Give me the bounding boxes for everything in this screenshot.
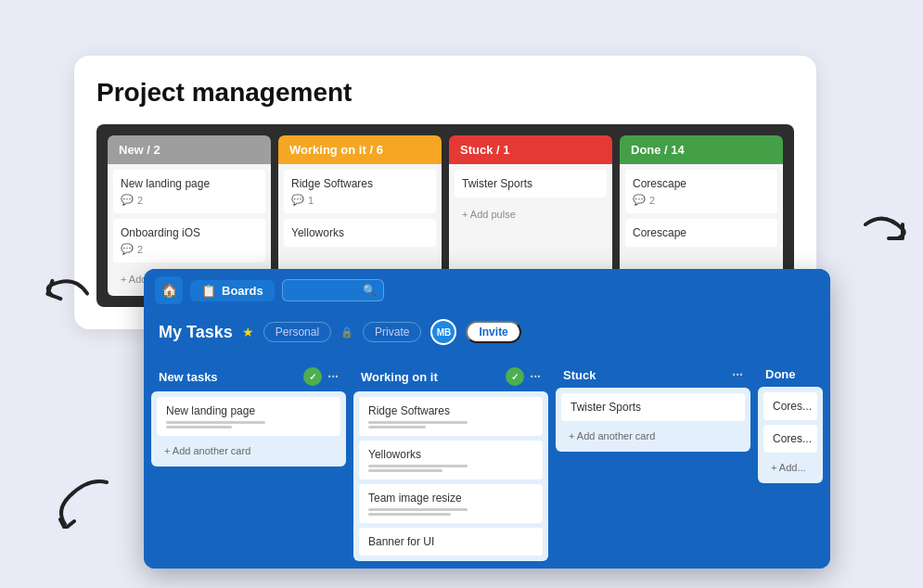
boards-button[interactable]: 📋 Boards bbox=[190, 280, 275, 301]
col-front-stuck-header: Stuck ··· bbox=[556, 362, 750, 388]
col-front-done: Done Cores... Cores... + Add... bbox=[758, 362, 823, 561]
col-working-icon: ✓ bbox=[506, 367, 524, 386]
col-working-body: Ridge Softwares 💬 1 Yelloworks bbox=[278, 164, 442, 275]
project-title: Project management bbox=[96, 78, 794, 108]
boards-icon: 📋 bbox=[201, 284, 216, 298]
search-container: 🔍 bbox=[282, 279, 384, 301]
col-front-stuck-body: Twister Sports + Add another card bbox=[556, 388, 750, 452]
card-yelloworks[interactable]: Yelloworks bbox=[284, 219, 436, 247]
card-front-banner[interactable]: Banner for UI bbox=[359, 528, 543, 556]
bottom-left-arrow[interactable] bbox=[51, 473, 116, 532]
card-front-done-1[interactable]: Cores... bbox=[763, 392, 817, 420]
col-front-done-body: Cores... Cores... + Add... bbox=[758, 387, 823, 483]
home-button[interactable]: 🏠 bbox=[155, 276, 183, 304]
card-front-ridge[interactable]: Ridge Softwares bbox=[359, 397, 543, 436]
add-card-done[interactable]: + Add... bbox=[763, 457, 817, 478]
right-arrow[interactable] bbox=[856, 206, 912, 272]
home-icon: 🏠 bbox=[161, 283, 177, 298]
add-pulse-stuck[interactable]: + Add pulse bbox=[455, 203, 607, 225]
front-header: My Tasks ★ Personal 🔒 Private MB Invite bbox=[144, 312, 830, 354]
col-stuck-header: Stuck / 1 bbox=[449, 135, 612, 164]
card-twister[interactable]: Twister Sports bbox=[455, 170, 607, 198]
star-icon[interactable]: ★ bbox=[242, 325, 254, 339]
col-stuck-body: Twister Sports + Add pulse bbox=[449, 164, 612, 275]
col-front-working: Working on it ✓ ··· Ridge Softwares Yell… bbox=[353, 362, 548, 561]
col-new-header: New / 2 bbox=[108, 135, 271, 164]
col-done-header: Done / 14 bbox=[620, 135, 783, 164]
card-new-landing[interactable]: New landing page 💬 2 bbox=[113, 170, 265, 213]
front-navbar: 🏠 📋 Boards 🔍 bbox=[144, 269, 830, 312]
col-front-new-tasks: New tasks ✓ ··· New landing page + Add a… bbox=[151, 362, 346, 561]
card-front-done-2[interactable]: Cores... bbox=[763, 425, 817, 453]
add-card-stuck[interactable]: + Add another card bbox=[561, 426, 745, 446]
col-front-working-body: Ridge Softwares Yelloworks Team image re… bbox=[353, 391, 548, 561]
avatar-mb: MB bbox=[430, 319, 456, 345]
card-front-team-image[interactable]: Team image resize bbox=[359, 484, 543, 523]
tag-private: Private bbox=[363, 322, 421, 342]
invite-button[interactable]: Invite bbox=[466, 321, 520, 343]
my-tasks-title: My Tasks bbox=[159, 323, 233, 342]
card-lines bbox=[166, 421, 331, 428]
col-new-icon: ✓ bbox=[303, 367, 322, 386]
front-boards-card: 🏠 📋 Boards 🔍 My Tasks ★ Personal 🔒 Priva… bbox=[144, 269, 830, 569]
col-working-dots[interactable]: ··· bbox=[530, 369, 541, 384]
search-icon: 🔍 bbox=[363, 284, 377, 297]
kanban-front-board: New tasks ✓ ··· New landing page + Add a… bbox=[144, 354, 830, 569]
col-done-body: Corescape 💬 2 Corescape bbox=[620, 164, 783, 275]
col-new-dots[interactable]: ··· bbox=[327, 369, 339, 384]
card-corescape-2[interactable]: Corescape bbox=[625, 219, 777, 247]
col-front-new-header: New tasks ✓ ··· bbox=[151, 362, 346, 391]
card-front-twister[interactable]: Twister Sports bbox=[561, 393, 745, 421]
col-front-new-body: New landing page + Add another card bbox=[151, 391, 346, 467]
lock-icon: 🔒 bbox=[340, 326, 353, 339]
col-working-header: Working on it / 6 bbox=[278, 135, 442, 164]
add-card-new[interactable]: + Add another card bbox=[157, 441, 340, 461]
card-corescape-1[interactable]: Corescape 💬 2 bbox=[625, 170, 777, 213]
card-front-new-landing[interactable]: New landing page bbox=[157, 397, 340, 436]
card-onboarding[interactable]: Onboarding iOS 💬 2 bbox=[113, 219, 265, 262]
col-front-done-header: Done bbox=[758, 362, 823, 387]
col-front-stuck: Stuck ··· Twister Sports + Add another c… bbox=[556, 362, 750, 561]
boards-label: Boards bbox=[222, 284, 263, 298]
card-ridge[interactable]: Ridge Softwares 💬 1 bbox=[284, 170, 436, 213]
col-front-working-header: Working on it ✓ ··· bbox=[353, 362, 548, 391]
col-stuck-dots[interactable]: ··· bbox=[732, 367, 743, 382]
card-front-yelloworks[interactable]: Yelloworks bbox=[359, 441, 543, 479]
tag-personal: Personal bbox=[263, 322, 331, 342]
